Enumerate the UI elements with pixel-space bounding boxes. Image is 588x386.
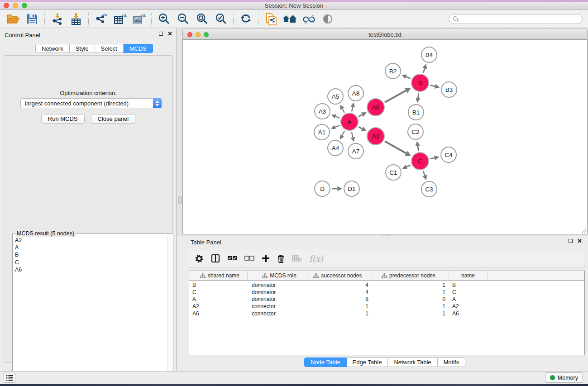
open-folder-icon (6, 13, 20, 25)
tab-mcds[interactable]: MCDS (124, 44, 153, 53)
column-header-mcds-role[interactable]: MCDS role (248, 271, 307, 280)
select-all-columns-button[interactable] (227, 252, 237, 265)
result-item[interactable]: C (15, 259, 167, 266)
float-panel-icon[interactable] (159, 32, 163, 36)
mcds-result-list[interactable]: A2 A B C A6 (14, 237, 167, 386)
close-panel-icon[interactable]: ✕ (167, 31, 172, 36)
zoom-out-button[interactable] (173, 11, 192, 27)
application-window: Session: New Session (0, 0, 588, 386)
bird-eye-view-button[interactable] (318, 11, 337, 27)
main-toolbar (0, 10, 588, 28)
show-all-windows-button[interactable] (280, 11, 299, 27)
tab-network-table[interactable]: Network Table (388, 357, 437, 367)
table-row[interactable]: Adominator80A (189, 296, 584, 303)
graph-node-label: C2 (411, 129, 419, 135)
desktop-wallpaper-strip (0, 384, 588, 386)
graph-node-label: C4 (445, 152, 453, 158)
table-row[interactable]: A2connector11A2 (189, 303, 584, 310)
tab-edge-table[interactable]: Edge Table (347, 357, 388, 367)
open-file-button[interactable] (4, 11, 23, 27)
tab-network[interactable]: Network (35, 44, 70, 53)
save-session-button[interactable] (23, 11, 42, 27)
run-mcds-button[interactable]: Run MCDS (41, 114, 85, 124)
table-body: Bdominator41B Cdominator41C Adominator80… (189, 281, 584, 317)
network-canvas[interactable]: B4B2BB3A5A8A6B1A3AC2A1A2A4A7C4CC1DD1C3 (182, 40, 588, 234)
graph-node-label: A2 (372, 133, 380, 140)
result-item[interactable]: B (15, 251, 167, 258)
search-icon (453, 16, 459, 22)
column-header-name[interactable]: name (449, 271, 488, 280)
network-window-title: testGlobe.txt (183, 31, 587, 38)
result-item[interactable]: A2 (15, 237, 167, 244)
graph-node-label: B1 (412, 109, 420, 116)
zoom-fit-icon (196, 13, 208, 25)
toolbar-separator (44, 13, 45, 25)
import-table-icon (70, 13, 82, 25)
zoom-in-icon (158, 13, 170, 25)
column-header-predecessor-nodes[interactable]: predecessor nodes (372, 271, 449, 280)
search-input[interactable] (459, 16, 578, 22)
close-panel-button[interactable]: Close panel (91, 114, 136, 124)
create-column-button[interactable] (262, 252, 270, 265)
float-table-panel-icon[interactable] (569, 239, 573, 243)
result-item[interactable]: A (15, 244, 167, 251)
zoom-in-button[interactable] (154, 11, 173, 27)
import-network-icon (51, 13, 63, 25)
network-snapshot-button[interactable] (261, 11, 280, 27)
table-row[interactable]: Bdominator41B (189, 281, 584, 289)
import-network-button[interactable] (48, 11, 67, 27)
column-type-icon (200, 273, 206, 278)
export-image-icon (132, 13, 146, 25)
criterion-value: largest connected component (directed) (21, 100, 153, 107)
column-header-successor-nodes[interactable]: successor nodes (307, 271, 372, 280)
eye-icon (321, 13, 334, 25)
tab-style[interactable]: Style (70, 44, 95, 53)
search-field[interactable] (449, 14, 583, 24)
table-row[interactable]: A6connector11A6 (189, 310, 584, 317)
zoom-fit-button[interactable] (192, 11, 211, 27)
hide-glasses-button[interactable] (299, 11, 318, 27)
control-panel-tabbar: Network Style Select MCDS (35, 44, 153, 53)
resize-grip-icon[interactable] (580, 227, 587, 234)
function-builder-button-disabled: f(x) (309, 252, 323, 265)
result-scrollbar[interactable] (167, 234, 172, 386)
network-desktop: testGlobe.txt B4B2BB3A5A8A6B1A3AC2A1A2A4… (177, 28, 588, 371)
column-header-shared-name[interactable]: shared name (189, 271, 248, 280)
table-settings-button[interactable] (195, 252, 204, 265)
graph-node-label: B3 (445, 86, 453, 93)
save-floppy-icon (26, 13, 38, 25)
table-row[interactable]: Cdominator41C (189, 289, 584, 296)
export-network-button[interactable] (91, 11, 110, 27)
memory-button[interactable]: Memory (545, 372, 583, 383)
optimization-criterion-label: Optimization criterion: (4, 90, 172, 96)
network-graph[interactable]: B4B2BB3A5A8A6B1A3AC2A1A2A4A7C4CC1DD1C3 (183, 40, 587, 234)
graph-node-label: A3 (319, 108, 326, 115)
toolbar-separator (88, 13, 89, 25)
graph-node-label: A4 (332, 145, 339, 152)
import-table-button[interactable] (67, 11, 86, 27)
tab-select[interactable]: Select (95, 44, 124, 53)
deselect-all-columns-button[interactable] (244, 252, 254, 265)
show-columns-button[interactable] (211, 252, 220, 265)
task-history-button[interactable] (4, 373, 15, 383)
control-panel: Control Panel ✕ Network Style Select MCD… (0, 28, 177, 371)
delete-column-button[interactable] (277, 252, 285, 265)
network-window: testGlobe.txt B4B2BB3A5A8A6B1A3AC2A1A2A4… (182, 29, 588, 234)
export-image-button[interactable] (129, 11, 148, 27)
mcds-panel: Optimization criterion: largest connecte… (4, 55, 173, 363)
tab-node-table[interactable]: Node Table (304, 357, 347, 367)
graph-node-label: D (320, 186, 325, 192)
close-table-panel-icon[interactable]: ✕ (577, 238, 582, 243)
table-panel-title: Table Panel (191, 239, 221, 246)
graph-node-label: A (347, 119, 351, 125)
criterion-dropdown[interactable]: largest connected component (directed) (20, 98, 162, 108)
home-pair-icon (282, 13, 297, 25)
trash-icon (277, 254, 285, 263)
export-table-button[interactable] (110, 11, 129, 27)
refresh-button[interactable] (236, 11, 255, 27)
network-window-titlebar[interactable]: testGlobe.txt (182, 29, 588, 40)
tab-motifs[interactable]: Motifs (438, 357, 466, 367)
result-item[interactable]: A6 (15, 266, 167, 273)
zoom-selected-button[interactable] (211, 11, 230, 27)
vertical-splitter-handle[interactable] (178, 196, 182, 204)
